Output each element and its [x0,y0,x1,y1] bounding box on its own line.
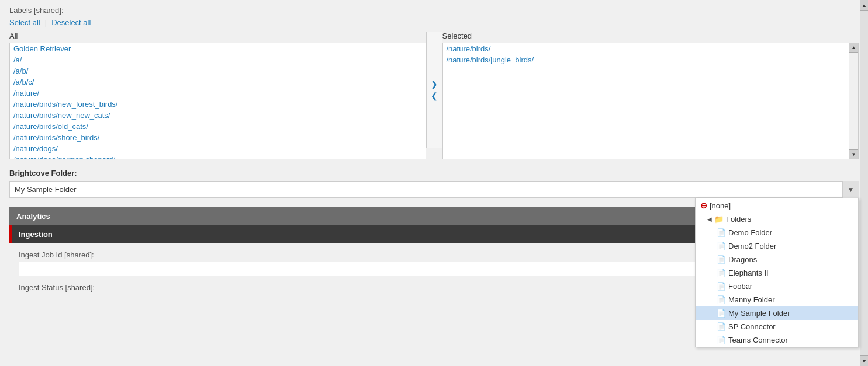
list-item[interactable]: /nature/birds/ [443,43,849,54]
folder-dropdown-popup: ⊖ [none] ◀ 📁 Folders 📄 Demo Folder 📄 [695,198,859,347]
dropdown-none-item[interactable]: ⊖ [none] [696,198,858,212]
list-item[interactable]: /a/ [10,54,426,65]
dropdown-sp-label: SP Connector [728,322,776,331]
separator: | [45,18,47,27]
dropdown-foobar-label: Foobar [728,282,752,291]
folder-label: Brightcove Folder: [9,169,859,177]
labels-shared-label: [shared]: [34,6,64,15]
dropdown-manny-item[interactable]: 📄 Manny Folder [696,293,858,306]
folders-folder-icon: 📁 [714,215,724,224]
selected-scroll-up[interactable]: ▲ [849,43,858,53]
demo-file-icon: 📄 [717,228,726,237]
list-item[interactable]: /nature/dogs/ [10,143,426,154]
all-list[interactable]: Golden Retriever/a//a/b//a/b/c//nature//… [10,43,426,159]
page-scroll-down[interactable]: ▼ [860,355,868,366]
none-icon: ⊖ [700,201,707,210]
list-item[interactable]: /a/b/ [10,65,426,76]
folder-select[interactable]: [none] Demo Folder Demo2 Folder Dragons … [9,181,859,198]
dropdown-elephants-label: Elephants II [728,269,769,277]
dropdown-teams-label: Teams Connector [728,336,788,344]
list-item[interactable]: /nature/ [10,88,426,99]
dropdown-elephants-item[interactable]: 📄 Elephants II [696,266,858,280]
selected-list[interactable]: /nature/birds//nature/birds/jungle_birds… [443,43,849,159]
dropdown-sp-item[interactable]: 📄 SP Connector [696,320,858,333]
dropdown-manny-label: Manny Folder [728,295,774,304]
deselect-all-button[interactable]: Deselect all [51,18,91,27]
list-item[interactable]: /nature/dogs/german shepard/ [10,154,426,159]
labels-header: Labels [shared]: [9,6,859,15]
dropdown-folders-item[interactable]: ◀ 📁 Folders [696,212,858,226]
dropdown-dragons-item[interactable]: 📄 Dragons [696,253,858,266]
selected-scroll-down[interactable]: ▼ [849,149,858,159]
labels-actions: Select all | Deselect all [9,18,859,27]
teams-file-icon: 📄 [717,336,726,344]
dropdown-demo-item[interactable]: 📄 Demo Folder [696,226,858,239]
list-item[interactable]: /nature/birds/new_new_cats/ [10,110,426,121]
list-item[interactable]: /nature/birds/old_cats/ [10,121,426,132]
folder-section: Brightcove Folder: [none] Demo Folder De… [9,169,859,198]
list-item[interactable]: Golden Retriever [10,43,426,54]
demo2-file-icon: 📄 [717,242,726,250]
dropdown-mysample-item[interactable]: 📄 My Sample Folder [696,306,858,320]
selected-label: Selected [442,32,859,40]
transfer-buttons: ❯ ❮ [426,32,442,148]
dropdown-mysample-label: My Sample Folder [728,309,790,318]
manny-file-icon: 📄 [717,295,726,304]
list-item[interactable]: /nature/birds/shore_birds/ [10,132,426,143]
list-item[interactable]: /a/b/c/ [10,76,426,88]
dropdown-none-label: [none] [710,201,731,210]
dropdown-demo2-label: Demo2 Folder [728,242,776,250]
dropdown-demo2-item[interactable]: 📄 Demo2 Folder [696,239,858,253]
elephants-file-icon: 📄 [717,269,726,277]
dropdown-folders-label: Folders [726,215,751,224]
move-left-button[interactable]: ❮ [428,90,440,101]
labels-title: Labels [9,6,32,15]
select-all-button[interactable]: Select all [9,18,40,27]
dropdown-teams-item[interactable]: 📄 Teams Connector [696,333,858,347]
dropdown-dragons-label: Dragons [728,255,757,264]
mysample-file-icon: 📄 [717,309,726,318]
sp-file-icon: 📄 [717,322,726,331]
labels-section: Labels [shared]: Select all | Deselect a… [9,6,859,159]
folder-dropdown-wrapper: [none] Demo Folder Demo2 Folder Dragons … [9,181,859,198]
dragons-file-icon: 📄 [717,255,726,264]
dropdown-foobar-item[interactable]: 📄 Foobar [696,280,858,293]
dropdown-demo-label: Demo Folder [728,228,772,237]
list-item[interactable]: /nature/birds/jungle_birds/ [443,54,849,65]
collapse-icon: ◀ [707,216,712,222]
foobar-file-icon: 📄 [717,282,726,291]
move-right-button[interactable]: ❯ [428,79,440,89]
all-label: All [9,32,426,40]
list-item[interactable]: /nature/birds/new_forest_birds/ [10,99,426,110]
page-scroll-up[interactable]: ▲ [860,0,868,11]
